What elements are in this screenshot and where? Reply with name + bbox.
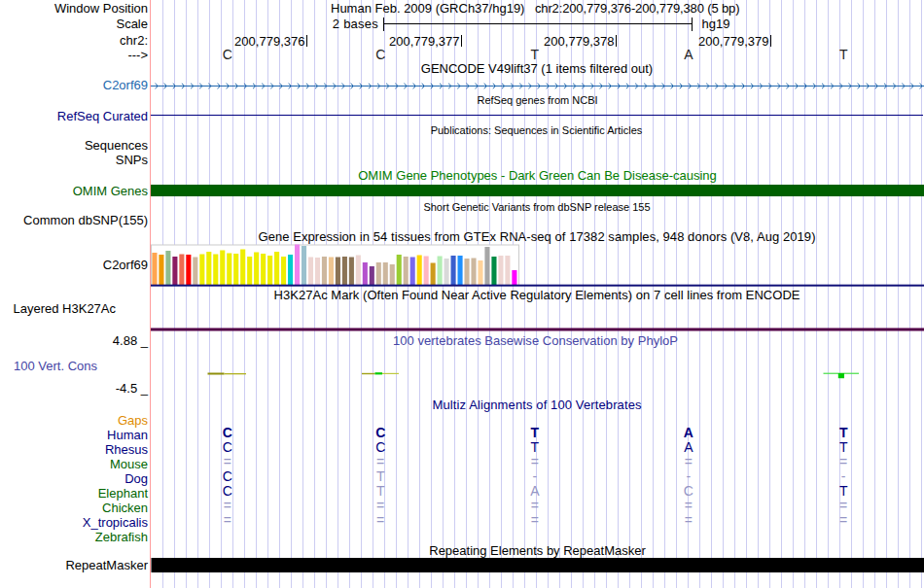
svg-text:C: C [223, 483, 232, 499]
svg-text:RefSeq genes from NCBI: RefSeq genes from NCBI [477, 94, 597, 106]
svg-text:=: = [839, 498, 847, 513]
svg-text:=: = [376, 512, 384, 528]
svg-text:=: = [224, 512, 231, 528]
svg-text:X_tropicalis: X_tropicalis [83, 515, 149, 530]
svg-text:100 vertebrates Basewise Conse: 100 vertebrates Basewise Conservation by… [393, 333, 678, 348]
svg-text:C: C [223, 425, 232, 440]
svg-text:RepeatMasker: RepeatMasker [65, 558, 148, 572]
svg-text:Common dbSNP(155): Common dbSNP(155) [23, 213, 148, 227]
svg-text:-: - [686, 468, 691, 484]
svg-text:=: = [685, 454, 693, 469]
svg-text:Elephant: Elephant [98, 486, 149, 501]
svg-text:-: - [533, 468, 538, 484]
svg-text:C: C [375, 47, 385, 62]
svg-text:=: = [685, 498, 693, 513]
svg-text:100 Vert. Cons: 100 Vert. Cons [14, 359, 97, 373]
svg-text:T: T [839, 439, 848, 455]
svg-text:C: C [223, 47, 232, 62]
svg-text:hg19: hg19 [702, 17, 730, 31]
svg-text:=: = [531, 512, 539, 528]
svg-text:T: T [531, 47, 540, 62]
svg-text:T: T [839, 483, 848, 499]
svg-text:Short Genetic Variants from db: Short Genetic Variants from dbSNP releas… [423, 201, 650, 213]
svg-text:C: C [684, 483, 693, 499]
svg-text:4.88 _: 4.88 _ [113, 333, 149, 348]
svg-text:T: T [376, 468, 385, 484]
svg-text:OMIM Genes: OMIM Genes [73, 184, 149, 198]
svg-text:Gaps: Gaps [118, 413, 149, 428]
svg-text:Mouse: Mouse [110, 457, 148, 471]
svg-text:A: A [530, 483, 540, 499]
svg-text:=: = [376, 498, 384, 513]
svg-text:C2orf69: C2orf69 [103, 258, 148, 272]
svg-text:Rhesus: Rhesus [105, 442, 149, 457]
svg-text:2 bases: 2 bases [333, 17, 379, 31]
svg-text:chr2:: chr2: [120, 33, 148, 48]
svg-text:RefSeq Curated: RefSeq Curated [57, 109, 148, 123]
svg-text:=: = [839, 512, 847, 528]
svg-text:200,779,379: 200,779,379 [698, 34, 769, 49]
svg-text:Human Feb. 2009 (GRCh37/hg19): Human Feb. 2009 (GRCh37/hg19) [331, 1, 524, 16]
svg-text:OMIM Gene Phenotypes - Dark Gr: OMIM Gene Phenotypes - Dark Green Can Be… [358, 168, 717, 183]
svg-text:-: - [841, 468, 846, 484]
svg-text:Sequences: Sequences [85, 138, 149, 153]
svg-text:T: T [531, 439, 540, 455]
svg-text:T: T [839, 47, 848, 62]
svg-text:SNPs: SNPs [116, 153, 149, 167]
svg-text:200,779,377: 200,779,377 [389, 34, 460, 49]
svg-text:Dog: Dog [124, 471, 148, 486]
svg-text:A: A [684, 439, 693, 455]
svg-text:=: = [224, 454, 231, 469]
svg-text:T: T [839, 425, 848, 440]
svg-text:Human: Human [107, 428, 148, 442]
svg-text:=: = [839, 454, 847, 469]
svg-text:Repeating Elements by RepeatMa: Repeating Elements by RepeatMasker [429, 543, 646, 558]
svg-text:C: C [375, 425, 385, 440]
svg-text:-4.5 _: -4.5 _ [116, 381, 149, 396]
svg-text:Multiz Alignments of 100 Verte: Multiz Alignments of 100 Vertebrates [433, 398, 643, 412]
svg-text:=: = [224, 498, 231, 513]
svg-text:--->: ---> [127, 48, 148, 62]
svg-text:Window Position: Window Position [54, 1, 148, 16]
svg-text:=: = [685, 512, 693, 528]
svg-text:Gene Expression in 54 tissues: Gene Expression in 54 tissues from GTEx … [259, 229, 816, 244]
svg-text:Zebrafish: Zebrafish [95, 530, 148, 544]
svg-text:=: = [531, 454, 539, 469]
svg-text:T: T [531, 425, 540, 440]
svg-text:A: A [684, 47, 693, 62]
svg-text:chr2:200,779,376-200,779,380 (: chr2:200,779,376-200,779,380 (5 bp) [535, 1, 740, 16]
svg-text:Chicken: Chicken [102, 501, 148, 515]
svg-text:=: = [376, 454, 384, 469]
svg-text:C: C [223, 439, 232, 455]
svg-text:200,779,378: 200,779,378 [544, 34, 615, 49]
svg-text:Publications: Sequences in Sci: Publications: Sequences in Scientific Ar… [431, 124, 643, 136]
svg-text:C2orf69: C2orf69 [103, 78, 148, 92]
svg-text:200,779,376: 200,779,376 [234, 34, 305, 49]
svg-text:GENCODE V49lift37 (1 items fil: GENCODE V49lift37 (1 items filtered out) [421, 61, 653, 76]
svg-text:C: C [223, 468, 232, 484]
svg-text:=: = [531, 498, 539, 513]
svg-text:H3K27Ac Mark (Often Found Near: H3K27Ac Mark (Often Found Near Active Re… [274, 288, 800, 302]
svg-text:Layered H3K27Ac: Layered H3K27Ac [14, 301, 117, 316]
svg-text:C: C [375, 439, 385, 455]
svg-text:T: T [376, 483, 385, 499]
svg-text:A: A [684, 425, 693, 440]
svg-text:Scale: Scale [116, 17, 148, 31]
